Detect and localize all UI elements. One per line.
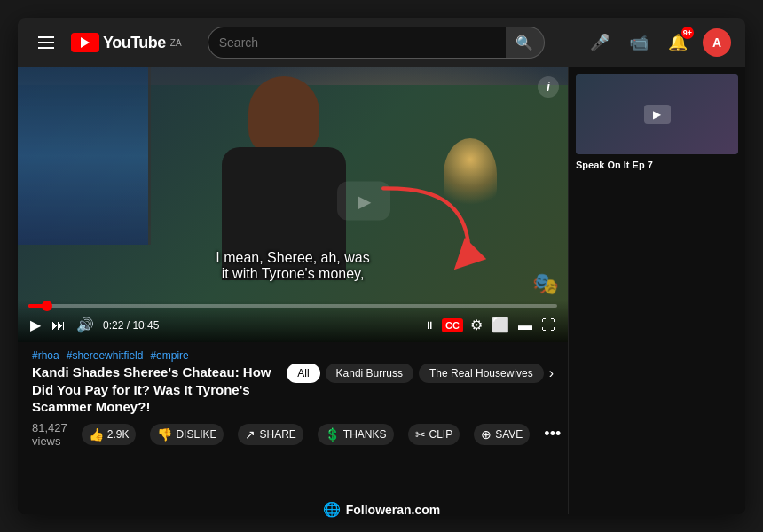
progress-bar[interactable] [28, 304, 557, 308]
play-button[interactable]: ▶ [28, 315, 43, 335]
fullscreen-button[interactable]: ⛶ [539, 316, 557, 335]
hamburger-menu-button[interactable] [32, 28, 60, 57]
theater-button[interactable]: ▬ [516, 316, 534, 335]
hashtag-sheree[interactable]: #shereewhitfield [67, 349, 144, 362]
hashtag-rhoa[interactable]: #rhoa [32, 349, 59, 362]
youtube-logo[interactable]: YouTubeZA [71, 33, 182, 52]
dislike-icon: 👎 [157, 427, 172, 442]
fullscreen-icon: ⛶ [541, 317, 555, 333]
main-area: ▶ I mean, Sheree, ah, was it with Tyrone… [18, 67, 568, 514]
person-head [248, 76, 319, 156]
avatar[interactable]: A [703, 28, 731, 57]
stats-row: 81,427 views 👍 2.9K 👎 DISLIKE ↗ SHARE [18, 421, 568, 453]
controls-row: ▶ ⏭ 🔊 0:22 / 10:45 [28, 315, 557, 335]
sidebar-thumbnail[interactable]: ▶ [576, 74, 738, 154]
notifications-button[interactable]: 🔔 9+ [664, 28, 692, 57]
globe-icon: 🌐 [323, 501, 341, 518]
volume-icon: 🔊 [76, 317, 94, 333]
watermark-text: Followeran.com [346, 503, 441, 517]
sidebar-panel: ▶ Speak On It Ep 7 [568, 67, 745, 514]
save-button[interactable]: ⊕ SAVE [474, 424, 530, 445]
progress-dot [42, 301, 52, 311]
pill-all[interactable]: All [287, 364, 319, 383]
browser-window: YouTubeZA 🔍 🎤 📹 🔔 9+ A [18, 18, 745, 514]
next-button[interactable]: ⏭ [50, 316, 67, 335]
search-button[interactable]: 🔍 [506, 27, 545, 59]
youtube-header: YouTubeZA 🔍 🎤 📹 🔔 9+ A [18, 18, 745, 67]
mic-button[interactable]: 🎤 [586, 28, 614, 57]
thanks-button[interactable]: 💲 THANKS [318, 424, 394, 445]
hamburger-icon [38, 36, 54, 49]
more-actions-button[interactable]: ••• [544, 425, 561, 443]
miniplayer-button[interactable]: ⬜ [490, 315, 511, 335]
mask-icon: 🎭 [532, 271, 559, 296]
youtube-logo-country: ZA [170, 38, 182, 48]
next-icon: ⏭ [51, 317, 66, 333]
mic-icon: 🎤 [590, 33, 610, 52]
pill-next-arrow[interactable]: › [549, 365, 554, 381]
below-video: #rhoa #shereewhitfield #empire Kandi Sha… [18, 342, 568, 514]
pause-icon: ⏸ [424, 319, 435, 332]
header-right-controls: 🎤 📹 🔔 9+ A [586, 28, 731, 57]
gear-icon: ⚙ [470, 317, 483, 333]
theater-icon: ▬ [518, 317, 532, 333]
watermark: 🌐 Followeran.com [323, 501, 441, 518]
like-icon: 👍 [89, 427, 104, 442]
search-icon: 🔍 [515, 35, 533, 51]
view-count: 81,427 views [32, 421, 67, 448]
video-player[interactable]: ▶ I mean, Sheree, ah, was it with Tyrone… [18, 67, 568, 342]
right-controls: ⏸ CC ⚙ ⬜ ▬ [422, 315, 557, 335]
share-button[interactable]: ↗ SHARE [238, 424, 303, 445]
create-button[interactable]: 📹 [625, 28, 653, 57]
play-icon: ▶ [30, 317, 41, 333]
clip-button[interactable]: ✂ CLIP [408, 424, 460, 445]
pill-kandi[interactable]: Kandi Burruss [326, 364, 413, 383]
settings-button[interactable]: ⚙ [468, 315, 484, 335]
like-button[interactable]: 👍 2.9K [82, 424, 137, 445]
share-icon: ↗ [245, 427, 256, 442]
cc-button[interactable]: CC [442, 318, 463, 332]
dislike-button[interactable]: 👎 DISLIKE [150, 424, 224, 445]
progress-fill [28, 304, 47, 308]
miniplayer-icon: ⬜ [492, 317, 509, 333]
hashtag-empire[interactable]: #empire [150, 349, 188, 362]
video-controls: ▶ ⏭ 🔊 0:22 / 10:45 [18, 301, 568, 342]
save-icon: ⊕ [481, 427, 492, 442]
content-area: ▶ I mean, Sheree, ah, was it with Tyrone… [18, 67, 745, 514]
sidebar-channel-label: Speak On It Ep 7 [576, 160, 738, 170]
pause-indicator-button[interactable]: ⏸ [422, 317, 437, 333]
video-subtitle: I mean, Sheree, ah, was it with Tyrone's… [216, 250, 369, 282]
search-container: 🔍 [208, 27, 545, 59]
create-icon: 📹 [629, 33, 649, 52]
topic-pills: All Kandi Burruss The Real Housewives › [287, 364, 554, 383]
pill-housewives[interactable]: The Real Housewives [419, 364, 544, 383]
time-display: 0:22 / 10:45 [103, 319, 159, 332]
thanks-icon: 💲 [325, 427, 340, 442]
youtube-logo-icon [71, 33, 99, 52]
search-input[interactable] [208, 27, 506, 59]
notification-badge: 9+ [681, 27, 694, 39]
hashtags-row: #rhoa #shereewhitfield #empire [18, 342, 568, 364]
youtube-logo-text: YouTube [103, 34, 166, 52]
title-pills-row: Kandi Shades Sheree's Chateau: How Did Y… [18, 364, 568, 421]
volume-button[interactable]: 🔊 [75, 315, 96, 335]
video-info-button[interactable]: i [538, 76, 559, 98]
clip-icon: ✂ [415, 427, 426, 442]
video-title: Kandi Shades Sheree's Chateau: How Did Y… [32, 364, 276, 416]
